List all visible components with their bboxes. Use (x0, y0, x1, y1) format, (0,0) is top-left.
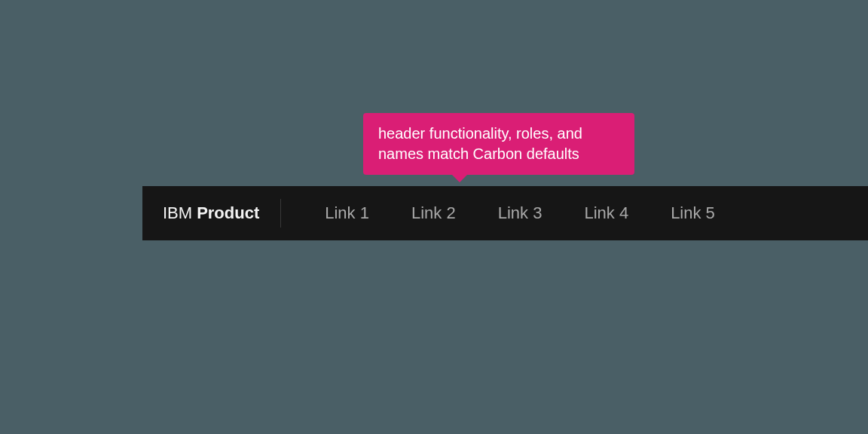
nav-link-5[interactable]: Link 5 (649, 186, 736, 240)
brand-link[interactable]: IBM Product (142, 186, 280, 240)
brand-name: Product (197, 203, 259, 223)
nav-link-1[interactable]: Link 1 (304, 186, 390, 240)
tooltip-arrow-icon (452, 175, 467, 182)
header-nav: Link 1 Link 2 Link 3 Link 4 Link 5 (281, 186, 736, 240)
nav-link-4[interactable]: Link 4 (563, 186, 649, 240)
nav-link-label: Link 4 (584, 203, 628, 223)
header: IBM Product Link 1 Link 2 Link 3 Link 4 … (142, 186, 868, 240)
tooltip-text: header functionality, roles, and names m… (378, 125, 582, 162)
nav-link-label: Link 3 (498, 203, 542, 223)
nav-link-label: Link 1 (325, 203, 369, 223)
nav-link-label: Link 2 (411, 203, 456, 223)
nav-link-2[interactable]: Link 2 (390, 186, 477, 240)
annotation-tooltip: header functionality, roles, and names m… (363, 113, 634, 175)
brand-prefix: IBM (163, 203, 192, 223)
nav-link-label: Link 5 (671, 203, 715, 223)
nav-link-3[interactable]: Link 3 (477, 186, 564, 240)
